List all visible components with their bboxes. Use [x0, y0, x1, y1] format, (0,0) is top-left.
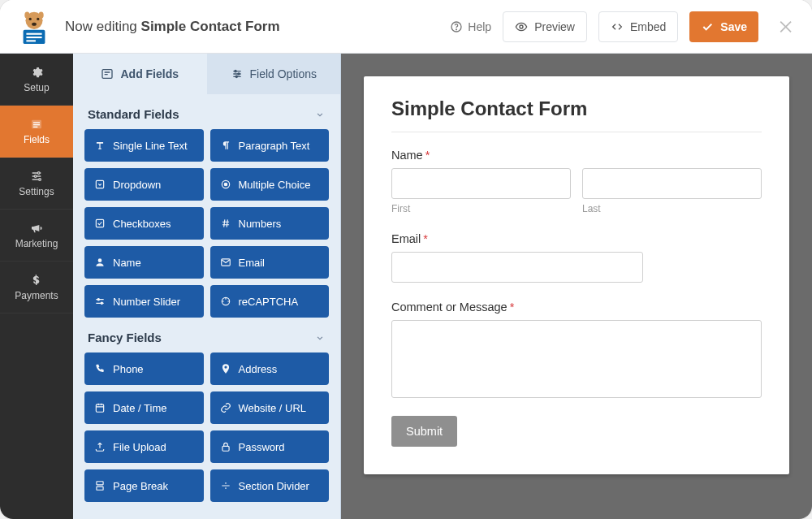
nav-marketing[interactable]: Marketing — [0, 210, 73, 262]
svg-point-17 — [37, 171, 40, 174]
nav-fields-label: Fields — [24, 134, 50, 145]
envelope-icon — [220, 257, 231, 268]
field-label: Checkboxes — [113, 218, 171, 230]
svg-point-4 — [24, 11, 29, 18]
svg-point-12 — [520, 25, 523, 28]
nav-settings[interactable]: Settings — [0, 158, 73, 210]
form-icon — [28, 118, 45, 131]
form-field-email[interactable]: Email* — [391, 232, 762, 283]
chevron-down-icon — [314, 332, 326, 344]
embed-button[interactable]: Embed — [598, 11, 678, 42]
field-date-time[interactable]: Date / Time — [84, 391, 204, 424]
group-standard-head[interactable]: Standard Fields — [84, 94, 329, 129]
field-numbers[interactable]: Numbers — [210, 207, 330, 240]
field-label: Paragraph Text — [239, 140, 310, 152]
close-icon — [777, 18, 795, 36]
field-password[interactable]: Password — [210, 430, 330, 463]
field-page-break[interactable]: Page Break — [84, 469, 204, 502]
field-dropdown[interactable]: Dropdown — [84, 168, 204, 201]
field-section-divider[interactable]: Section Divider — [210, 469, 330, 502]
upload-icon — [94, 441, 106, 452]
svg-rect-16 — [33, 126, 37, 127]
nav-payments[interactable]: Payments — [0, 262, 73, 314]
fields-panel: Add Fields Field Options Standard Fields… — [73, 54, 341, 519]
form-field-name[interactable]: Name* First Last — [391, 149, 762, 214]
form-field-comment[interactable]: Comment or Message* — [391, 301, 762, 398]
chevron-down-icon — [314, 109, 326, 120]
svg-point-19 — [39, 178, 41, 180]
help-link[interactable]: Help — [450, 20, 491, 33]
field-file-upload[interactable]: File Upload — [84, 430, 204, 463]
required-asterisk: * — [510, 301, 515, 314]
list-plus-icon — [101, 67, 114, 80]
svg-rect-9 — [26, 40, 35, 41]
topbar: Now editing Simple Contact Form Help Pre… — [0, 0, 812, 54]
input-last-name[interactable] — [582, 168, 762, 199]
standard-fields-grid: Single Line Text Paragraph Text Dropdown… — [84, 129, 329, 318]
label-text: Name — [391, 149, 423, 162]
label-text: Comment or Message — [391, 301, 508, 314]
input-comment[interactable] — [391, 320, 762, 398]
nav-marketing-label: Marketing — [15, 238, 58, 249]
save-button[interactable]: Save — [689, 11, 758, 42]
tab-field-options[interactable]: Field Options — [207, 54, 341, 94]
code-icon — [611, 20, 624, 33]
link-icon — [220, 402, 231, 413]
svg-point-18 — [34, 175, 37, 177]
input-first-name[interactable] — [391, 168, 571, 199]
field-label: Number Slider — [113, 296, 180, 308]
field-label: File Upload — [113, 441, 166, 453]
submit-label: Submit — [406, 425, 443, 438]
svg-point-23 — [235, 76, 237, 77]
panel-scroll[interactable]: Standard Fields Single Line Text Paragra… — [73, 94, 340, 519]
sliders-icon — [28, 170, 45, 183]
editing-title: Now editing Simple Contact Form — [65, 19, 438, 35]
field-label: Website / URL — [239, 402, 307, 414]
field-label: Dropdown — [113, 179, 161, 191]
field-checkboxes[interactable]: Checkboxes — [84, 207, 204, 240]
field-address[interactable]: Address — [210, 352, 330, 385]
gear-icon — [28, 66, 45, 79]
text-icon — [94, 140, 106, 151]
field-name[interactable]: Name — [84, 246, 204, 279]
group-standard-label: Standard Fields — [88, 107, 179, 121]
editing-prefix: Now editing — [65, 19, 141, 34]
field-website[interactable]: Website / URL — [210, 391, 330, 424]
nav-fields[interactable]: Fields — [0, 106, 73, 158]
group-fancy-head[interactable]: Fancy Fields — [84, 318, 329, 352]
hash-icon — [220, 218, 231, 229]
field-multiple-choice[interactable]: Multiple Choice — [210, 168, 330, 201]
svg-point-11 — [456, 28, 457, 29]
paragraph-icon — [220, 140, 231, 151]
svg-rect-36 — [97, 487, 103, 490]
svg-point-31 — [101, 302, 102, 304]
field-single-line-text[interactable]: Single Line Text — [84, 129, 204, 162]
field-email[interactable]: Email — [210, 246, 330, 279]
svg-rect-27 — [96, 219, 103, 227]
field-label: Email — [239, 257, 266, 269]
required-asterisk: * — [423, 232, 428, 245]
field-phone[interactable]: Phone — [84, 352, 204, 385]
tab-add-fields[interactable]: Add Fields — [73, 54, 207, 94]
preview-button[interactable]: Preview — [503, 11, 587, 42]
close-button[interactable] — [775, 15, 797, 38]
nav-setup[interactable]: Setup — [0, 54, 73, 106]
sublabel-last: Last — [582, 203, 762, 214]
submit-button[interactable]: Submit — [391, 416, 457, 447]
app-frame: { "topbar":{ "editing_prefix":"Now editi… — [0, 0, 812, 519]
sublabel-first: First — [391, 203, 571, 214]
field-label: Multiple Choice — [239, 179, 311, 191]
help-label: Help — [468, 20, 491, 33]
required-asterisk: * — [425, 149, 430, 162]
field-paragraph-text[interactable]: Paragraph Text — [210, 129, 330, 162]
pin-icon — [220, 363, 231, 374]
field-label: Section Divider — [239, 480, 309, 492]
svg-point-5 — [39, 11, 44, 18]
checkbox-icon — [94, 218, 106, 229]
canvas[interactable]: Simple Contact Form Name* First Last — [341, 54, 812, 519]
field-recaptcha[interactable]: reCAPTCHA — [210, 285, 330, 318]
lock-icon — [220, 441, 231, 452]
field-label: Single Line Text — [113, 140, 188, 152]
field-number-slider[interactable]: Number Slider — [84, 285, 204, 318]
input-email[interactable] — [391, 252, 643, 283]
